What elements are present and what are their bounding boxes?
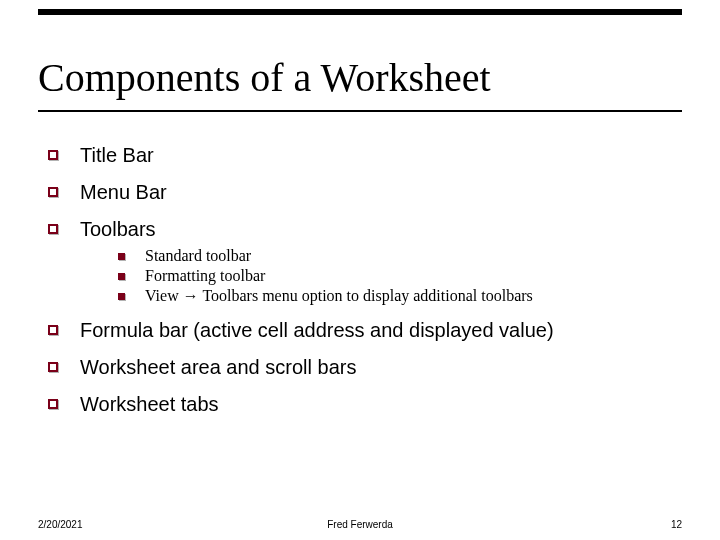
sub-list-item: View → Toolbars menu option to display a… [118,287,680,305]
square-bullet-icon [48,325,58,335]
sub-bullet-text: Formatting toolbar [145,267,265,285]
content-area: Title Bar Menu Bar Toolbars Standard too… [48,130,680,420]
bullet-text: Toolbars [80,218,156,241]
title-underline [38,110,682,112]
footer: 2/20/2021 Fred Ferwerda 12 [0,510,720,530]
bullet-text: Formula bar (active cell address and dis… [80,319,554,342]
list-item: Title Bar [48,144,680,167]
square-filled-bullet-icon [118,293,125,300]
top-bar [38,9,682,15]
footer-author: Fred Ferwerda [0,519,720,530]
bullet-text: Menu Bar [80,181,167,204]
list-item: Worksheet area and scroll bars [48,356,680,379]
square-bullet-icon [48,150,58,160]
bullet-text: Worksheet area and scroll bars [80,356,356,379]
slide-title: Components of a Worksheet [38,56,682,100]
list-item: Formula bar (active cell address and dis… [48,319,680,342]
sub-list-item: Standard toolbar [118,247,680,265]
square-bullet-icon [48,399,58,409]
footer-page-number: 12 [671,519,682,530]
list-item: Toolbars [48,218,680,241]
square-bullet-icon [48,224,58,234]
list-item: Worksheet tabs [48,393,680,416]
sub-list: Standard toolbar Formatting toolbar View… [118,247,680,305]
bullet-text: Worksheet tabs [80,393,219,416]
sub-bullet-text: View → Toolbars menu option to display a… [145,287,533,305]
list-item: Menu Bar [48,181,680,204]
square-bullet-icon [48,362,58,372]
square-filled-bullet-icon [118,273,125,280]
square-bullet-icon [48,187,58,197]
sub-list-item: Formatting toolbar [118,267,680,285]
slide: Components of a Worksheet Title Bar Menu… [0,0,720,540]
bullet-text: Title Bar [80,144,154,167]
square-filled-bullet-icon [118,253,125,260]
sub-bullet-text: Standard toolbar [145,247,251,265]
